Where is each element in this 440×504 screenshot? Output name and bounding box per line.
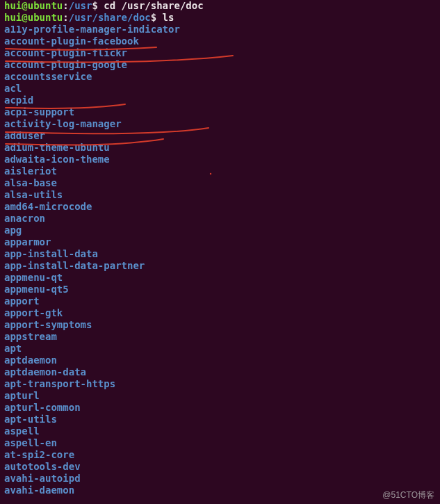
ls-entry: apg — [4, 225, 436, 236]
directory-name: aspell-en — [4, 437, 57, 448]
ls-entry: apport-gtk — [4, 307, 436, 319]
prompt-symbol: $ — [92, 0, 104, 11]
directory-name: aptdaemon-data — [4, 366, 86, 377]
ls-entry: adwaita-icon-theme — [4, 154, 436, 165]
ls-entry: autotools-dev — [4, 461, 436, 473]
prompt-user: hui@ — [4, 0, 28, 11]
ls-entry: anacron — [4, 213, 436, 225]
ls-entry: aspell-en — [4, 437, 436, 449]
directory-name: appmenu-qt5 — [4, 284, 69, 295]
directory-name: alsa-base — [4, 177, 57, 188]
prompt-symbol: $ — [151, 12, 163, 23]
ls-entry: alsa-utils — [4, 189, 436, 201]
prompt-host: ubuntu — [28, 0, 63, 11]
directory-name: aisleriot — [4, 165, 57, 177]
directory-name: autotools-dev — [4, 461, 81, 472]
prompt-host: ubuntu — [28, 12, 63, 23]
ls-entry: acpi-support — [4, 106, 436, 118]
directory-name: avahi-daemon — [4, 485, 74, 496]
directory-name: apport-gtk — [4, 307, 63, 318]
prompt-line: hui@ubuntu:/usr/share/doc$ ls — [4, 12, 436, 24]
directory-name: apport — [4, 295, 40, 307]
directory-name: aspell — [4, 425, 40, 437]
ls-entry: apt-transport-https — [4, 378, 436, 390]
ls-entry: activity-log-manager — [4, 118, 436, 130]
directory-name: account-plugin-google — [4, 59, 127, 70]
directory-name: account-plugin-flickr — [4, 47, 127, 58]
ls-entry: apport — [4, 295, 436, 307]
directory-name: amd64-microcode — [4, 201, 92, 212]
prompt-user: hui@ — [4, 12, 28, 23]
directory-name: anacron — [4, 213, 45, 224]
ls-entry: appstream — [4, 331, 436, 343]
command-text: cd /usr/share/doc — [104, 0, 203, 11]
directory-name: acpi-support — [4, 106, 74, 117]
directory-name: adwaita-icon-theme — [4, 154, 110, 165]
directory-name: at-spi2-core — [4, 449, 74, 460]
directory-name: account-plugin-facebook — [4, 35, 139, 47]
directory-name: alsa-utils — [4, 189, 63, 200]
ls-entry: aptdaemon-data — [4, 366, 436, 378]
ls-entry: at-spi2-core — [4, 449, 436, 461]
ls-entry: aspell — [4, 425, 436, 437]
directory-name: apparmor — [4, 236, 51, 247]
ls-entry: avahi-daemon — [4, 485, 436, 496]
directory-name: adium-theme-ubuntu — [4, 142, 110, 153]
ls-entry: account-plugin-flickr — [4, 47, 436, 59]
ls-entry: apturl — [4, 390, 436, 402]
ls-entry: appmenu-qt — [4, 272, 436, 284]
ls-entry: account-plugin-facebook — [4, 35, 436, 47]
ls-entry: avahi-autoipd — [4, 473, 436, 485]
ls-entry: apt-utils — [4, 414, 436, 425]
prompt-separator: : — [63, 0, 68, 11]
watermark: @51CTO博客 — [382, 489, 434, 501]
command-text: ls — [163, 12, 174, 23]
ls-entry: app-install-data — [4, 248, 436, 260]
directory-name: acpid — [4, 95, 33, 106]
ls-entry: appmenu-qt5 — [4, 284, 436, 295]
ls-entry: adduser — [4, 130, 436, 142]
prompt-line: hui@ubuntu:/usr$ cd /usr/share/doc — [4, 0, 436, 12]
ls-entry: alsa-base — [4, 177, 436, 189]
ls-entry: aisleriot — [4, 165, 436, 177]
ls-entry: apturl-common — [4, 402, 436, 414]
directory-name: apg — [4, 225, 22, 236]
prompt-path: /usr/share/doc — [69, 12, 151, 23]
directory-name: activity-log-manager — [4, 118, 122, 129]
directory-name: app-install-data-partner — [4, 260, 145, 271]
ls-entry: acpid — [4, 95, 436, 106]
ls-entry: a11y-profile-manager-indicator — [4, 24, 436, 35]
prompt-path: /usr — [69, 0, 92, 11]
directory-name: apport-symptoms — [4, 319, 92, 330]
directory-name: a11y-profile-manager-indicator — [4, 24, 180, 35]
ls-entry: app-install-data-partner — [4, 260, 436, 272]
ls-entry: account-plugin-google — [4, 59, 436, 71]
ls-entry: accountsservice — [4, 71, 436, 83]
ls-entry: amd64-microcode — [4, 201, 436, 213]
ls-entry: acl — [4, 83, 436, 95]
directory-name: app-install-data — [4, 248, 98, 259]
prompt-separator: : — [63, 12, 68, 23]
ls-entry: aptdaemon — [4, 355, 436, 366]
directory-name: adduser — [4, 130, 45, 141]
ls-entry: apport-symptoms — [4, 319, 436, 331]
ls-entry: apparmor — [4, 236, 436, 248]
directory-name: appstream — [4, 331, 57, 342]
directory-name: apt — [4, 343, 22, 354]
ls-entry: apt — [4, 343, 436, 355]
directory-name: avahi-autoipd — [4, 473, 81, 484]
directory-name: apt-utils — [4, 414, 57, 425]
directory-name: appmenu-qt — [4, 272, 63, 283]
directory-name: aptdaemon — [4, 355, 57, 366]
ls-entry: adium-theme-ubuntu — [4, 142, 436, 154]
directory-name: accountsservice — [4, 71, 92, 82]
terminal-output[interactable]: hui@ubuntu:/usr$ cd /usr/share/dochui@ub… — [4, 0, 436, 496]
directory-name: apt-transport-https — [4, 378, 115, 389]
directory-name: apturl-common — [4, 402, 81, 413]
directory-name: acl — [4, 83, 22, 94]
directory-name: apturl — [4, 390, 40, 401]
